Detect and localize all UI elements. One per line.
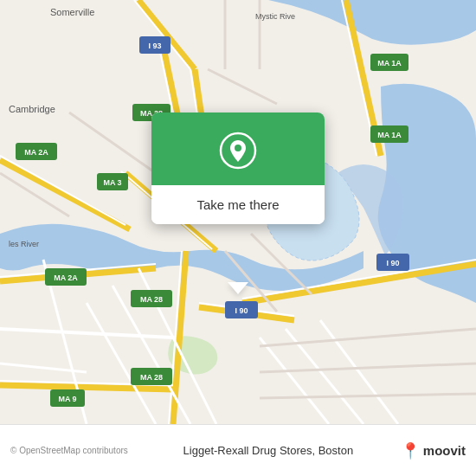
bottom-bar: © OpenStreetMap contributors Ligget-Rexa… (0, 424, 476, 476)
svg-text:MA 2A: MA 2A (24, 148, 48, 157)
svg-text:MA 9: MA 9 (58, 395, 76, 403)
svg-text:MA 28: MA 28 (140, 373, 163, 382)
svg-text:I 93: I 93 (148, 42, 161, 50)
svg-point-71 (235, 145, 241, 151)
take-me-there-button[interactable]: Take me there (151, 185, 325, 224)
svg-text:MA 1A: MA 1A (377, 131, 402, 139)
moovit-pin-icon: 📍 (401, 441, 420, 460)
map-container[interactable]: I 93 MA 28 MA 1A MA 1A MA 2A MA 3 I 90 M… (0, 0, 476, 424)
svg-text:I 90: I 90 (235, 306, 248, 315)
attribution-text: © OpenStreetMap contributors (10, 446, 136, 455)
svg-text:I 90: I 90 (386, 259, 399, 267)
svg-text:MA 2A: MA 2A (54, 273, 78, 282)
popup-icon-area (151, 113, 325, 185)
app: I 93 MA 28 MA 1A MA 1A MA 2A MA 3 I 90 M… (0, 0, 476, 476)
svg-text:MA 28: MA 28 (140, 295, 163, 304)
svg-text:MA 1A: MA 1A (377, 59, 402, 68)
svg-text:Somerville: Somerville (50, 7, 94, 17)
moovit-text: moovit (423, 443, 466, 458)
svg-text:Cambridge: Cambridge (9, 104, 55, 114)
moovit-logo: 📍 moovit (401, 441, 466, 460)
svg-line-19 (0, 385, 173, 389)
location-pin-icon (219, 132, 257, 170)
svg-text:les River: les River (9, 240, 39, 248)
svg-text:Mystic Rive: Mystic Rive (255, 12, 295, 21)
svg-text:MA 3: MA 3 (103, 178, 121, 187)
popup-card: Take me there (151, 113, 325, 224)
place-name: Ligget-Rexall Drug Stores, Boston (143, 444, 394, 457)
popup-tail (228, 282, 248, 294)
